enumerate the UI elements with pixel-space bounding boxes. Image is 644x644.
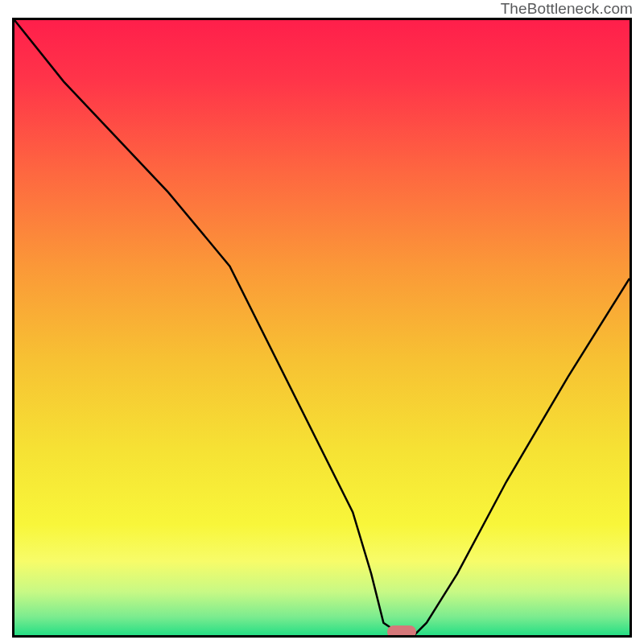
optimal-marker	[387, 625, 416, 638]
plot-area	[12, 18, 632, 638]
bottleneck-curve	[14, 20, 630, 635]
chart-container: TheBottleneck.com	[0, 0, 644, 644]
watermark-label: TheBottleneck.com	[501, 0, 633, 18]
